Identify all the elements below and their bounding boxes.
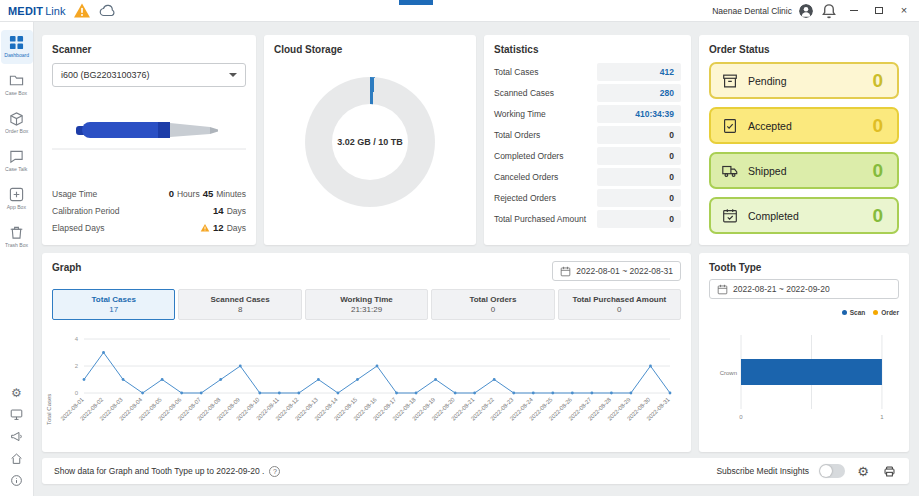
trash-box-icon (9, 225, 24, 240)
scanner-card: Scanner i600 (BG2203100376) Usage Time 0… (42, 35, 256, 245)
svg-text:1: 1 (880, 414, 884, 420)
app-box-icon (9, 187, 24, 202)
medit-link-logo[interactable]: MEDIT Link (8, 5, 65, 17)
clinic-name[interactable]: Naenae Dental Clinic (712, 6, 792, 16)
pending-box-icon (721, 72, 739, 90)
elapsed-days-row: Elapsed Days 12Days (52, 219, 246, 236)
printer-icon[interactable] (881, 463, 897, 479)
order-status-items: Pending 0 Accepted 0 Shipped 0 Completed… (699, 62, 909, 234)
sidebar: Dashboard Case Box Order Box Case Talk A… (0, 22, 34, 496)
home-icon[interactable] (9, 451, 24, 466)
stat-row-scanned-cases: Scanned Cases 280 (484, 82, 691, 103)
sidebar-item-app-box[interactable]: App Box (1, 182, 33, 216)
svg-text:0: 0 (739, 414, 743, 420)
usage-time-value: 0Hours 45Minutes (169, 188, 246, 199)
stat-row-total-purchased: Total Purchased Amount 0 (484, 208, 691, 229)
help-icon[interactable]: ? (269, 466, 280, 477)
sidebar-label-dashboard: Dashboard (4, 52, 29, 57)
sidebar-item-order-box[interactable]: Order Box (1, 106, 33, 140)
tooth-type-date-range[interactable]: 2022-08-21 ~ 2022-09-20 (709, 279, 899, 299)
svg-text:0: 0 (75, 390, 79, 396)
tab-total-orders[interactable]: Total Orders 0 (431, 289, 554, 320)
scanner-card-title: Scanner (42, 35, 256, 55)
subscribe-toggle[interactable] (819, 464, 845, 478)
stat-row-canceled-orders: Canceled Orders 0 (484, 166, 691, 187)
tooth-type-title: Tooth Type (699, 253, 909, 273)
settings-gear-icon[interactable]: ⚙ (9, 385, 24, 400)
top-bar: MEDIT Link Naenae Dental Clinic × (0, 0, 919, 22)
stat-row-total-cases: Total Cases 412 (484, 61, 691, 82)
sidebar-item-dashboard[interactable]: Dashboard (1, 30, 33, 64)
top-notification-strip (399, 0, 433, 5)
sidebar-label-trash-box: Trash Box (5, 242, 28, 247)
cloud-sync-icon[interactable] (99, 3, 117, 19)
tab-scanned-cases[interactable]: Scanned Cases 8 (178, 289, 301, 320)
scanner-device-select[interactable]: i600 (BG2203100376) (52, 63, 246, 87)
order-status-shipped[interactable]: Shipped 0 (709, 152, 899, 189)
subscribe-label: Subscribe Medit Insights (716, 466, 809, 476)
graph-date-range[interactable]: 2022-08-01 ~ 2022-08-31 (552, 261, 681, 281)
sidebar-item-trash-box[interactable]: Trash Box (1, 220, 33, 254)
calibration-period-value: 14Days (213, 205, 246, 216)
maximize-icon[interactable] (870, 2, 888, 20)
elapsed-days-label: Elapsed Days (52, 223, 104, 233)
tooth-type-card: Tooth Type 2022-08-21 ~ 2022-09-20 Scan … (699, 253, 909, 452)
announcement-icon[interactable] (9, 429, 24, 444)
avatar-icon[interactable] (799, 4, 813, 18)
order-dot-icon (873, 310, 878, 315)
remote-display-icon[interactable] (9, 407, 24, 422)
graph-y-axis-label: Total Cases (46, 394, 52, 425)
tab-total-purchased-amount[interactable]: Total Purchased Amount 0 (558, 289, 681, 320)
svg-text:2: 2 (75, 363, 79, 369)
scanner-device-value: i600 (BG2203100376) (61, 70, 150, 80)
sidebar-item-case-talk[interactable]: Case Talk (1, 144, 33, 178)
close-icon[interactable]: × (895, 2, 913, 20)
svg-text:Crown: Crown (720, 370, 737, 376)
storage-usage-text: 3.02 GB / 10 TB (305, 77, 435, 207)
case-talk-icon (9, 149, 24, 164)
graph-tabs: Total Cases 17 Scanned Cases 8 Working T… (52, 289, 681, 320)
stat-row-rejected-orders: Rejected Orders 0 (484, 187, 691, 208)
graph-card: Graph 2022-08-01 ~ 2022-08-31 Total Case… (42, 253, 691, 452)
calendar-icon (717, 284, 728, 295)
order-status-pending[interactable]: Pending 0 (709, 62, 899, 99)
sidebar-label-app-box: App Box (7, 204, 26, 209)
usage-time-label: Usage Time (52, 189, 97, 199)
tab-total-cases[interactable]: Total Cases 17 (52, 289, 175, 320)
statistics-rows: Total Cases 412 Scanned Cases 280 Workin… (484, 61, 691, 229)
bell-icon[interactable] (820, 3, 838, 19)
minimize-icon[interactable] (845, 2, 863, 20)
logo-text-link: Link (45, 5, 65, 17)
order-status-completed[interactable]: Completed 0 (709, 197, 899, 234)
tooth-type-bar-chart: 01Crown (707, 327, 901, 439)
medit-link-window: MEDIT Link Naenae Dental Clinic × Dashbo (0, 0, 919, 496)
elapsed-days-value: 12Days (200, 222, 246, 233)
warning-icon[interactable] (73, 3, 91, 19)
calibration-period-label: Calibration Period (52, 206, 120, 216)
case-box-icon (9, 73, 24, 88)
info-icon[interactable] (9, 473, 24, 488)
sidebar-bottom-icons: ⚙ (9, 385, 24, 496)
sidebar-item-case-box[interactable]: Case Box (1, 68, 33, 102)
statistics-title: Statistics (484, 35, 691, 55)
shipped-truck-icon (721, 162, 739, 180)
tab-working-time[interactable]: Working Time 21:31:29 (305, 289, 428, 320)
sidebar-label-case-talk: Case Talk (5, 166, 27, 171)
scan-dot-icon (842, 310, 847, 315)
sidebar-label-order-box: Order Box (5, 128, 28, 133)
storage-donut-chart: 3.02 GB / 10 TB (305, 77, 435, 207)
calendar-icon (560, 266, 571, 277)
sidebar-label-case-box: Case Box (5, 90, 27, 95)
warning-triangle-icon (200, 223, 210, 233)
legend-scan: Scan (842, 309, 866, 316)
stat-row-completed-orders: Completed Orders 0 (484, 145, 691, 166)
chevron-down-icon (229, 73, 237, 77)
order-status-accepted[interactable]: Accepted 0 (709, 107, 899, 144)
dashboard-icon (9, 35, 24, 50)
total-cases-line-chart: 0242022-08-012022-08-022022-08-032022-08… (58, 329, 678, 447)
footer-bar: Show data for Graph and Tooth Type up to… (42, 458, 909, 484)
usage-time-row: Usage Time 0Hours 45Minutes (52, 185, 246, 202)
cloud-storage-card: Cloud Storage 3.02 GB / 10 TB (264, 35, 476, 245)
cloud-storage-title: Cloud Storage (264, 35, 476, 55)
gear-icon[interactable]: ⚙ (855, 463, 871, 479)
